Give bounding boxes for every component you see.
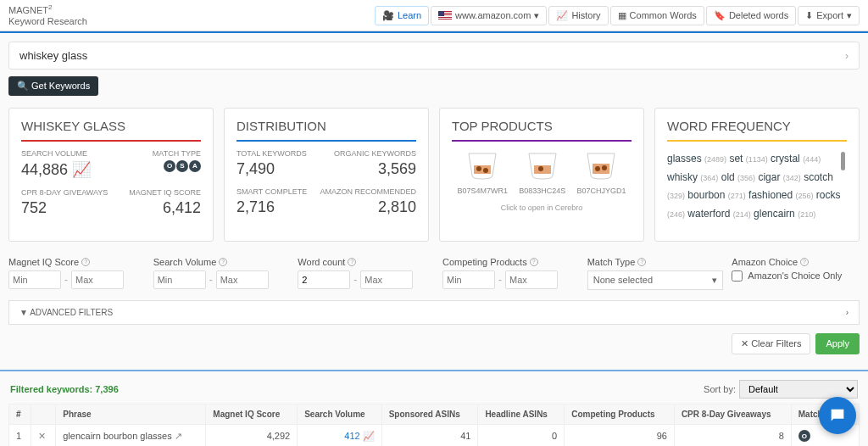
clear-filters-button[interactable]: ✕ Clear Filters xyxy=(732,333,810,354)
external-link-icon[interactable]: ↗ xyxy=(175,431,182,441)
word-item[interactable]: fashioned xyxy=(748,189,793,201)
cp-min-input[interactable] xyxy=(442,270,495,289)
svg-point-7 xyxy=(602,165,607,170)
iq-max-input[interactable] xyxy=(71,270,124,289)
word-item[interactable]: set xyxy=(729,153,743,164)
brand: MAGNET2 Keyword Research xyxy=(8,3,87,27)
svg-point-6 xyxy=(595,166,600,171)
table-row: 1✕glencairn bourbon glasses ↗4,292412 📈4… xyxy=(9,424,860,446)
help-icon[interactable]: ? xyxy=(348,258,356,266)
search-expand-icon[interactable]: › xyxy=(845,50,849,62)
phrase-cell[interactable]: glencairn bourbon glasses ↗ xyxy=(56,424,206,446)
us-flag-icon xyxy=(438,11,452,20)
scrollbar[interactable] xyxy=(841,152,845,170)
help-icon[interactable]: ? xyxy=(81,258,90,266)
svg-point-2 xyxy=(483,168,488,173)
iq-min-input[interactable] xyxy=(8,270,61,289)
search-input[interactable] xyxy=(19,49,765,62)
word-item[interactable]: waterford xyxy=(687,208,730,220)
video-icon: 🎥 xyxy=(382,10,394,21)
common-words-link[interactable]: ▦Common Words xyxy=(610,6,704,25)
help-icon[interactable]: ? xyxy=(800,258,809,266)
history-link[interactable]: 📈History xyxy=(548,6,608,25)
card-word-frequency: WORD FREQUENCY glasses (2489) set (1134)… xyxy=(654,108,860,242)
card-distribution: DISTRIBUTION TOTAL KEYWORDS7,490 ORGANIC… xyxy=(224,108,429,242)
word-item[interactable]: glencairn xyxy=(754,208,795,220)
results-table: # Phrase Magnet IQ Score Search Volume S… xyxy=(8,404,860,446)
advanced-filters-toggle[interactable]: ▼ ADVANCED FILTERS› xyxy=(8,300,860,325)
word-item[interactable]: glasses xyxy=(667,153,702,164)
word-item[interactable]: whisky xyxy=(667,171,698,183)
match-type-badges: OSA xyxy=(164,160,201,172)
amazon-choice-checkbox[interactable]: Amazon's Choice Only xyxy=(732,270,860,282)
card-title: WORD FREQUENCY xyxy=(667,119,847,142)
svg-point-1 xyxy=(476,166,481,171)
remove-row-icon[interactable]: ✕ xyxy=(38,431,46,441)
sv-max-input[interactable] xyxy=(216,270,269,289)
get-keywords-button[interactable]: 🔍 Get Keywords xyxy=(8,76,98,96)
card-title: DISTRIBUTION xyxy=(236,119,416,142)
wc-min-input[interactable] xyxy=(298,270,350,289)
learn-link[interactable]: 🎥Learn xyxy=(375,6,429,25)
apply-button[interactable]: Apply xyxy=(815,333,860,354)
search-bar: › xyxy=(8,42,860,70)
card-top-products: TOP PRODUCTS B07S4M7WR1 B0833HC24S B07CH… xyxy=(439,108,644,242)
cp-max-input[interactable] xyxy=(505,270,558,289)
help-icon[interactable]: ? xyxy=(219,258,227,266)
whiskey-glass-icon xyxy=(524,150,561,181)
chart-icon: 📈 xyxy=(556,10,568,21)
grid-icon: ▦ xyxy=(618,10,626,21)
word-item[interactable]: crystal xyxy=(771,153,800,164)
sv-min-input[interactable] xyxy=(153,270,206,289)
chevron-right-icon: › xyxy=(846,308,849,317)
sv-trend-link[interactable]: 412 📈 xyxy=(344,431,374,441)
bookmark-icon: 🔖 xyxy=(714,10,726,21)
word-item[interactable]: cigar xyxy=(758,171,780,183)
site-dropdown[interactable]: www.amazon.com ▾ xyxy=(431,6,547,25)
filtered-count: Filtered keywords: 7,396 xyxy=(10,384,119,394)
open-cerebro-link[interactable]: Click to open in Cerebro xyxy=(452,203,632,212)
word-item[interactable]: bourbon xyxy=(687,189,725,201)
product-item[interactable]: B07S4M7WR1 xyxy=(458,150,509,195)
whiskey-glass-icon xyxy=(582,150,620,181)
chevron-down-icon: ▾ xyxy=(712,275,717,286)
help-icon[interactable]: ? xyxy=(530,258,538,266)
card-title: WHISKEY GLASS xyxy=(21,119,201,142)
word-item[interactable]: rocks xyxy=(816,189,841,201)
match-type-select[interactable]: None selected▾ xyxy=(587,270,723,290)
word-item[interactable]: old xyxy=(721,171,735,183)
product-item[interactable]: B0833HC24S xyxy=(519,150,565,195)
help-icon[interactable]: ? xyxy=(637,258,646,266)
word-cloud: glasses (2489) set (1134) crystal (444) … xyxy=(667,150,847,223)
svg-rect-0 xyxy=(474,165,491,174)
word-item[interactable]: scotch xyxy=(804,171,833,183)
top-nav: 🎥Learn www.amazon.com ▾ 📈History ▦Common… xyxy=(375,6,860,25)
chevron-down-icon: ▾ xyxy=(534,10,539,21)
svg-point-4 xyxy=(538,166,543,171)
sort-select[interactable]: Default xyxy=(739,380,858,399)
download-icon: ⬇ xyxy=(805,10,813,21)
chat-icon xyxy=(828,406,847,425)
whiskey-glass-icon xyxy=(464,150,501,181)
card-title: TOP PRODUCTS xyxy=(452,119,632,142)
wc-max-input[interactable] xyxy=(360,270,413,289)
deleted-words-link[interactable]: 🔖Deleted words xyxy=(706,6,796,25)
card-whiskey-glass: WHISKEY GLASS SEARCH VOLUME44,886 📈 MATC… xyxy=(8,108,214,242)
trend-icon[interactable]: 📈 xyxy=(72,161,91,178)
export-dropdown[interactable]: ⬇Export ▾ xyxy=(798,6,860,25)
product-item[interactable]: B07CHJYGD1 xyxy=(576,150,626,195)
chat-button[interactable] xyxy=(819,397,856,434)
